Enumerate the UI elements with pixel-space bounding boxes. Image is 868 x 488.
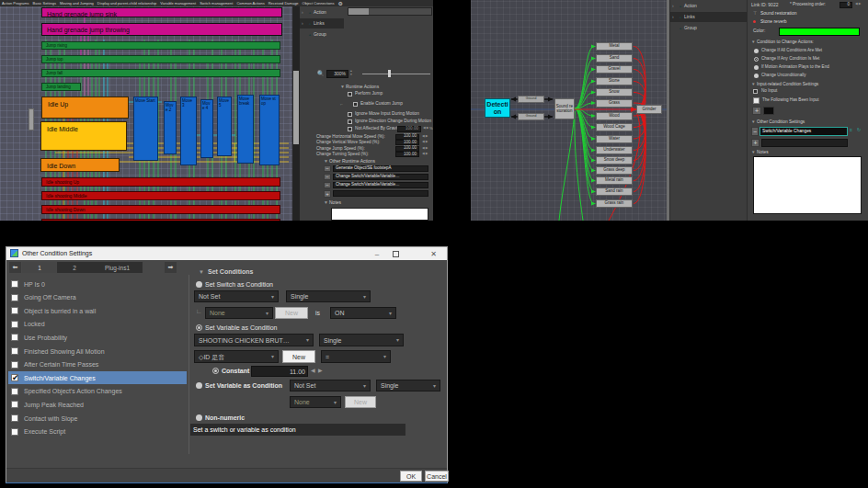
node-material[interactable]: Gravel bbox=[596, 65, 633, 74]
variable-id-select[interactable]: ◇ID 足音 bbox=[194, 350, 279, 363]
non-numeric-radio[interactable] bbox=[196, 414, 202, 421]
props-checkbox[interactable] bbox=[348, 112, 352, 117]
remove-item-button[interactable]: − bbox=[324, 165, 331, 172]
ok-button[interactable]: OK bbox=[400, 471, 422, 482]
variable-single-select[interactable]: Single bbox=[319, 334, 404, 346]
timeline-block-move[interactable]: Move break bbox=[237, 95, 254, 164]
switch-new-button[interactable]: New bbox=[275, 307, 308, 319]
section-collapse-icon[interactable]: ▼ bbox=[199, 269, 204, 275]
switch-single-select[interactable]: Single bbox=[286, 290, 371, 302]
condition-row[interactable]: Use Probability bbox=[8, 331, 187, 344]
link-graph-canvas[interactable]: DetectionGroundGroundSound restorationMe… bbox=[471, 0, 669, 221]
compare-single-select[interactable]: Single bbox=[376, 380, 440, 392]
node-material[interactable]: Sand rain bbox=[596, 187, 633, 196]
menu-item-3[interactable]: Display and parent-child relationship bbox=[97, 1, 156, 6]
compare-sub-select[interactable]: None bbox=[290, 396, 341, 408]
condition-radio[interactable] bbox=[754, 74, 759, 78]
timeline-bar-jump[interactable]: Jump landing bbox=[41, 83, 81, 91]
tab-1[interactable]: 1 bbox=[22, 262, 57, 273]
props-checkbox[interactable] bbox=[348, 119, 352, 124]
timeline-block-move[interactable]: Move 2 bbox=[164, 101, 177, 154]
condition-row[interactable]: Jump Peak Reached bbox=[8, 398, 187, 411]
timeline-block-move[interactable]: Move stop bbox=[259, 95, 280, 165]
condition-checkbox[interactable] bbox=[11, 428, 18, 436]
constant-radio[interactable] bbox=[212, 368, 219, 374]
runtime-action-item[interactable]: Change Switch/Variable/Variable… bbox=[333, 182, 428, 188]
gravity-checkbox[interactable] bbox=[348, 127, 352, 131]
timeline-bar-idle[interactable]: Idle Down bbox=[40, 158, 120, 172]
node-material[interactable]: Wood Cage bbox=[596, 123, 633, 131]
dialog-titlebar[interactable]: Other Condition Settings – ✕ bbox=[6, 247, 447, 260]
node-material[interactable]: Metal bbox=[596, 42, 633, 51]
node-material[interactable]: Metal rain bbox=[596, 176, 633, 185]
condition-radio[interactable] bbox=[754, 49, 759, 53]
runtime-action-item[interactable]: Generate Object/SE footstepA bbox=[333, 165, 428, 172]
timeline-bar-jump[interactable]: Jump rising bbox=[41, 41, 280, 50]
node-material[interactable]: Water bbox=[596, 135, 633, 143]
condition-row[interactable]: Contact with Slope bbox=[8, 412, 187, 425]
menu-item-8[interactable]: Object Connections bbox=[303, 1, 335, 6]
vertical-scrollbar[interactable] bbox=[292, 6, 300, 221]
condition-row[interactable]: Specified Object's Action Changes bbox=[8, 385, 187, 398]
zoom-slider-handle[interactable] bbox=[388, 70, 391, 77]
remove-item-button[interactable]: − bbox=[324, 174, 331, 180]
add-condition-button[interactable]: + bbox=[751, 139, 760, 147]
timeline-block-move[interactable]: Move 4 bbox=[200, 99, 213, 158]
condition-row[interactable]: Locked bbox=[8, 318, 187, 331]
compare-variable-radio[interactable] bbox=[196, 382, 202, 389]
menu-item-0[interactable]: Action Programs bbox=[2, 1, 29, 6]
condition-checkbox[interactable] bbox=[11, 374, 18, 381]
condition-row[interactable]: After Certain Time Passes bbox=[8, 358, 187, 371]
add-input-button[interactable]: + bbox=[752, 107, 761, 115]
tree-item-links[interactable]: ›▲Links bbox=[670, 12, 748, 22]
node-link-label[interactable]: Ground bbox=[518, 113, 544, 120]
on-select[interactable]: ON bbox=[330, 307, 396, 319]
compare-new-button[interactable]: New bbox=[345, 396, 376, 408]
node-link-label[interactable]: Ground bbox=[518, 96, 544, 103]
tab-plugins[interactable]: Plug-ins1 bbox=[92, 262, 143, 273]
constant-dec-arrow[interactable]: ◀ bbox=[311, 368, 315, 373]
menu-item-1[interactable]: Basic Settings bbox=[33, 1, 56, 6]
tree-item-action[interactable]: ›▲Action bbox=[670, 1, 748, 11]
menu-item-7[interactable]: Received Damage bbox=[268, 1, 299, 6]
runtime-action-item[interactable]: Change Switch/Variable/Variable… bbox=[333, 174, 428, 180]
remove-condition-button[interactable]: − bbox=[751, 127, 759, 136]
notes-textarea[interactable] bbox=[331, 208, 428, 221]
zoom-slider-track[interactable] bbox=[362, 74, 430, 74]
node-detection[interactable]: Detection bbox=[485, 98, 510, 118]
condition-checkbox[interactable] bbox=[11, 414, 18, 422]
condition-checkbox[interactable] bbox=[11, 347, 18, 355]
node-sound-restoration[interactable]: Sound restoration bbox=[554, 98, 575, 119]
menu-item-2[interactable]: Moving and Jumping bbox=[60, 1, 94, 6]
speed-value-field[interactable]: 100.00 bbox=[395, 140, 419, 145]
node-material[interactable]: Grass bbox=[596, 99, 633, 108]
processing-order-field[interactable]: 0 bbox=[839, 2, 852, 8]
condition-row[interactable]: Execute Script bbox=[8, 426, 187, 438]
node-grinder[interactable]: Grinder bbox=[636, 105, 662, 114]
variable-new-button[interactable]: New bbox=[282, 350, 315, 363]
node-material[interactable]: Underwater bbox=[596, 146, 633, 154]
timeline-bar-shooting[interactable]: Idle shooting Up bbox=[41, 177, 280, 187]
condition-row[interactable]: Going Off Camera bbox=[8, 291, 187, 304]
expander-icon[interactable]: › bbox=[670, 4, 677, 8]
condition-checkbox[interactable] bbox=[11, 361, 18, 369]
action-timeline-canvas[interactable]: Hand grenade jump sinkHand grenade jump … bbox=[0, 6, 292, 221]
speed-value-field[interactable]: 100.00 bbox=[395, 146, 419, 152]
condition-checkbox[interactable] bbox=[11, 334, 18, 341]
zoom-level-field[interactable]: 300% bbox=[326, 70, 348, 78]
notes-textarea[interactable] bbox=[753, 156, 862, 214]
condition-checkbox[interactable] bbox=[11, 401, 18, 408]
timeline-bar-magenta[interactable]: Hand grenade jump throwing bbox=[41, 23, 282, 36]
switch-sub-select[interactable]: None bbox=[205, 307, 273, 319]
scrollbar-thumb[interactable] bbox=[293, 71, 299, 144]
condition-row[interactable]: Finished Showing All Motion bbox=[8, 345, 187, 357]
props-checkbox[interactable] bbox=[348, 92, 352, 96]
condition-checkbox[interactable] bbox=[11, 294, 18, 301]
props-checkbox[interactable] bbox=[353, 102, 358, 107]
timeline-bar-shooting[interactable]: Idle shooting Down bbox=[41, 205, 280, 214]
no-input-checkbox[interactable] bbox=[753, 89, 758, 94]
condition-row[interactable]: Object is burried in a wall bbox=[8, 304, 187, 317]
condition-checkbox[interactable] bbox=[11, 307, 18, 314]
menu-item-4[interactable]: Variable management bbox=[160, 1, 196, 6]
node-material[interactable]: Stone bbox=[596, 77, 633, 85]
